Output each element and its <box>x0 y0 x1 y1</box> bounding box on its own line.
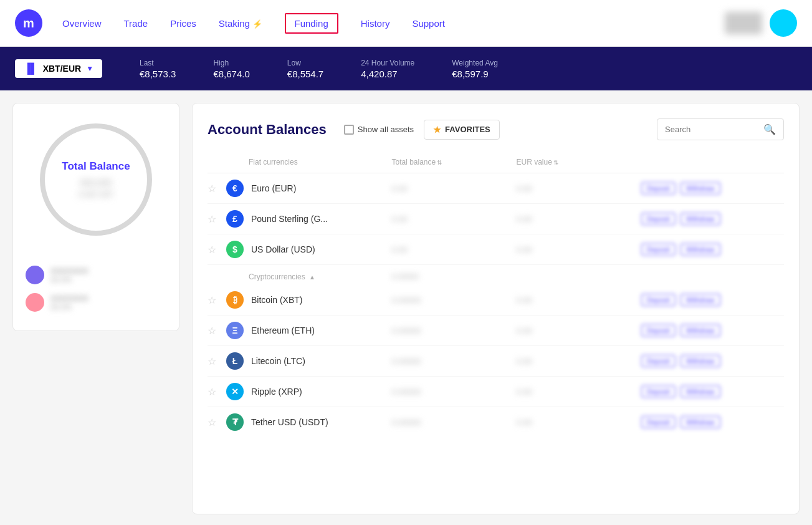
favorite-star-eth[interactable]: ☆ <box>208 325 226 337</box>
action-btns-btc: Deposit Withdraw <box>641 294 785 306</box>
left-panel: Total Balance €00,000 0.000 XBT XXXXXXX … <box>12 103 179 514</box>
nav-prices[interactable]: Prices <box>170 16 196 31</box>
coin-name-gbp: Pound Sterling (G... <box>249 214 392 224</box>
eur-val-eth: 0.00 <box>517 326 641 335</box>
balance-ltc: 0.00000 <box>392 357 517 366</box>
nav-overview[interactable]: Overview <box>62 16 102 31</box>
favorite-star-ltc[interactable]: ☆ <box>208 355 226 367</box>
withdraw-btc-button[interactable]: Withdraw <box>681 294 720 306</box>
action-btns-gbp: Deposit Withdraw <box>641 213 785 225</box>
table-row: ☆ ₮ Tether USD (USDT) 0.00000 0.00 Depos… <box>208 407 784 437</box>
crypto-section-label: Cryptocurrencies ▲ 0.00000 <box>208 265 784 285</box>
col-header-name[interactable]: Fiat currencies <box>249 158 392 166</box>
balance-usdt: 0.00000 <box>392 418 517 427</box>
deposit-gbp-button[interactable]: Deposit <box>641 213 676 225</box>
nav-support[interactable]: Support <box>412 16 445 31</box>
chevron-down-icon: ▼ <box>86 64 93 73</box>
eur-val-usd: 0.00 <box>517 245 641 254</box>
chart-icon: ▐▌ <box>24 63 38 74</box>
withdraw-eth-button[interactable]: Withdraw <box>681 324 720 337</box>
total-balance-label: Total Balance <box>62 160 130 173</box>
withdraw-eur-button[interactable]: Withdraw <box>681 182 720 195</box>
stat-volume-label: 24 Hour Volume <box>361 59 414 67</box>
pair-label: XBT/EUR <box>43 64 81 74</box>
balance-circle: Total Balance €00,000 0.000 XBT <box>40 123 152 236</box>
coin-icon-usd: $ <box>226 241 244 258</box>
logo-icon[interactable]: m <box>15 9 42 37</box>
coin-icon-usdt: ₮ <box>226 413 244 431</box>
favorite-star-xrp[interactable]: ☆ <box>208 386 226 398</box>
assets-card: XXXXXXX 00.0% XXXXXXX 00.0% <box>12 256 179 331</box>
withdraw-usd-button[interactable]: Withdraw <box>681 243 720 256</box>
favorite-star-eur[interactable]: ☆ <box>208 183 226 195</box>
favorite-star-gbp[interactable]: ☆ <box>208 213 226 225</box>
withdraw-usdt-button[interactable]: Withdraw <box>681 416 720 428</box>
search-icon[interactable]: 🔍 <box>763 123 776 135</box>
asset-name-1: XXXXXXX <box>50 266 88 276</box>
favorite-star-usdt[interactable]: ☆ <box>208 417 226 428</box>
search-input[interactable] <box>665 125 758 134</box>
favorite-star-btc[interactable]: ☆ <box>208 294 226 306</box>
list-item: XXXXXXX 00.0% <box>26 266 166 284</box>
withdraw-gbp-button[interactable]: Withdraw <box>681 213 720 225</box>
favorite-star-usd[interactable]: ☆ <box>208 244 226 256</box>
deposit-usd-button[interactable]: Deposit <box>641 243 676 256</box>
balances-header: Account Balances Show all assets ★ FAVOR… <box>208 118 784 140</box>
col-header-eur: EUR value⇅ <box>517 158 641 166</box>
asset-pct-2: 00.0% <box>50 303 88 312</box>
sort-crypto-icon: ▲ <box>309 274 315 281</box>
nav-staking[interactable]: Staking ⚡ <box>219 16 262 31</box>
search-box[interactable]: 🔍 <box>657 118 784 140</box>
balance-btc: 0.00000 <box>392 296 517 305</box>
crypto-total: 0.00000 <box>392 272 517 281</box>
stat-weighted: Weighted Avg €8,597.9 <box>452 59 498 79</box>
total-balance-value: €00,000 <box>80 178 112 188</box>
deposit-eur-button[interactable]: Deposit <box>641 182 676 195</box>
sort-total-icon: ⇅ <box>437 159 442 166</box>
table-header: Fiat currencies Total balance⇅ EUR value… <box>208 153 784 173</box>
coin-name-usdt: Tether USD (USDT) <box>249 417 392 427</box>
action-btns-usdt: Deposit Withdraw <box>641 416 785 428</box>
table-row: ☆ $ US Dollar (USD) 0.00 0.00 Deposit Wi… <box>208 234 784 265</box>
nav-funding[interactable]: Funding <box>285 13 338 34</box>
favorites-button[interactable]: ★ FAVORITES <box>424 120 500 140</box>
asset-dot-pink <box>26 293 44 312</box>
action-btns-eur: Deposit Withdraw <box>641 182 785 195</box>
withdraw-xrp-button[interactable]: Withdraw <box>681 385 720 398</box>
coin-name-ltc: Litecoin (LTC) <box>249 356 392 366</box>
withdraw-ltc-button[interactable]: Withdraw <box>681 355 720 367</box>
table-row: ☆ £ Pound Sterling (G... 0.00 0.00 Depos… <box>208 204 784 234</box>
coin-name-eur: Euro (EUR) <box>249 183 392 193</box>
stat-last-value: €8,573.3 <box>140 69 176 79</box>
pair-selector[interactable]: ▐▌ XBT/EUR ▼ <box>15 59 102 78</box>
table-row: ☆ ₿ Bitcoin (XBT) 0.00000 0.00 Deposit W… <box>208 285 784 315</box>
staking-lightning-icon: ⚡ <box>250 19 262 29</box>
balance-eth: 0.00000 <box>392 326 517 335</box>
deposit-btc-button[interactable]: Deposit <box>641 294 676 306</box>
stat-high-value: €8,674.0 <box>213 69 249 79</box>
deposit-ltc-button[interactable]: Deposit <box>641 355 676 367</box>
deposit-xrp-button[interactable]: Deposit <box>641 385 676 398</box>
nav-links: Overview Trade Prices Staking ⚡ Funding … <box>62 13 725 34</box>
coin-icon-btc: ₿ <box>226 291 244 309</box>
show-all-check[interactable]: Show all assets <box>344 125 414 135</box>
user-avatar[interactable] <box>770 9 797 37</box>
eur-val-btc: 0.00 <box>517 296 641 305</box>
deposit-usdt-button[interactable]: Deposit <box>641 416 676 428</box>
balance-xrp: 0.00000 <box>392 387 517 397</box>
stat-low: Low €8,554.7 <box>287 59 323 79</box>
action-btns-usd: Deposit Withdraw <box>641 243 785 256</box>
user-name-blur <box>725 12 762 34</box>
favorites-label: FAVORITES <box>445 125 490 134</box>
nav-right <box>725 9 797 37</box>
eur-val-eur: 0.00 <box>517 184 641 193</box>
coin-name-btc: Bitcoin (XBT) <box>249 295 392 305</box>
stat-volume: 24 Hour Volume 4,420.87 <box>361 59 414 79</box>
nav-trade[interactable]: Trade <box>124 16 148 31</box>
stat-last: Last €8,573.3 <box>140 59 176 79</box>
balances-title: Account Balances <box>208 122 327 138</box>
nav-history[interactable]: History <box>361 16 390 31</box>
table-row: ☆ Ł Litecoin (LTC) 0.00000 0.00 Deposit … <box>208 346 784 377</box>
deposit-eth-button[interactable]: Deposit <box>641 324 676 337</box>
show-all-checkbox[interactable] <box>344 125 354 135</box>
